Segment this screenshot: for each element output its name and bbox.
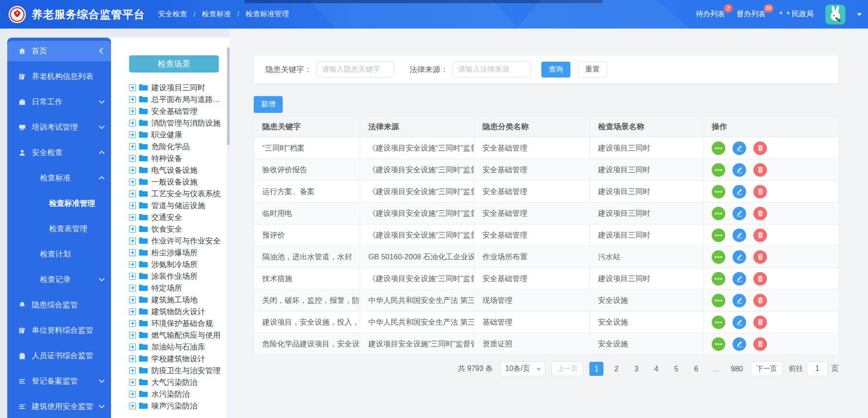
expand-plus-icon[interactable] xyxy=(129,143,136,150)
delete-button[interactable] xyxy=(753,141,767,155)
breadcrumb-item[interactable]: 检查标准 xyxy=(202,10,231,19)
expand-plus-icon[interactable] xyxy=(129,226,136,233)
expand-plus-icon[interactable] xyxy=(129,84,136,91)
tree-item[interactable]: 作业许可与作业安全 xyxy=(129,235,221,247)
expand-plus-icon[interactable] xyxy=(129,238,136,244)
page-number-2[interactable]: 2 xyxy=(609,362,623,376)
tree-item[interactable]: 安全基础管理 xyxy=(129,105,221,117)
more-button[interactable] xyxy=(712,141,725,155)
tree-scrollbar-thumb[interactable] xyxy=(227,48,230,145)
delete-button[interactable] xyxy=(753,294,767,307)
sidebar-item-check-plan[interactable]: 检查计划 xyxy=(7,244,111,264)
expand-plus-icon[interactable] xyxy=(129,179,136,185)
search-button[interactable]: 查询 xyxy=(541,62,570,78)
expand-plus-icon[interactable] xyxy=(129,285,136,292)
expand-plus-icon[interactable] xyxy=(129,167,136,174)
edit-button[interactable] xyxy=(733,228,746,242)
delete-button[interactable] xyxy=(753,163,767,177)
tree-item[interactable]: 特定场所 xyxy=(129,282,221,294)
tree-item[interactable]: 工艺安全与仪表系统 xyxy=(129,188,221,199)
expand-plus-icon[interactable] xyxy=(129,296,136,303)
expand-plus-icon[interactable] xyxy=(129,120,136,126)
tree-item[interactable]: 总平面布局与道路... xyxy=(129,93,221,105)
expand-plus-icon[interactable] xyxy=(129,367,136,374)
expand-plus-icon[interactable] xyxy=(129,261,136,268)
sidebar-item-check-table-mgmt[interactable]: 检查表管理 xyxy=(7,219,111,239)
expand-plus-icon[interactable] xyxy=(129,355,136,362)
page-number-4[interactable]: 4 xyxy=(649,362,663,376)
org-name[interactable]: ＊＊民政局 xyxy=(777,10,814,19)
expand-plus-icon[interactable] xyxy=(129,214,136,221)
tree-item[interactable]: 建筑物防火设计 xyxy=(129,306,221,317)
expand-plus-icon[interactable] xyxy=(129,391,136,398)
sidebar-collapse-icon[interactable] xyxy=(99,48,106,54)
tree-item[interactable]: 水污染防治 xyxy=(129,388,221,400)
sidebar-item-training-exam[interactable]: 培训考试管理 xyxy=(7,117,111,137)
delete-button[interactable] xyxy=(753,316,767,329)
sidebar-item-check-record[interactable]: 检查记录 xyxy=(7,269,111,290)
sidebar-item-unit-data-supervision[interactable]: 单位资料综合监管 xyxy=(7,320,111,340)
more-pages-icon[interactable]: ... xyxy=(709,362,723,376)
sidebar-item-check-standard[interactable]: 检查标准 xyxy=(7,168,111,188)
page-number-6[interactable]: 6 xyxy=(689,362,703,376)
add-button[interactable]: 新增 xyxy=(254,96,283,113)
breadcrumb-item-current[interactable]: 检查标准管理 xyxy=(246,10,289,19)
expand-plus-icon[interactable] xyxy=(129,273,136,280)
tree-item[interactable]: 噪声污染防治 xyxy=(129,400,221,412)
page-number-5[interactable]: 5 xyxy=(669,362,683,376)
page-number-1[interactable]: 1 xyxy=(589,362,603,376)
more-button[interactable] xyxy=(712,228,725,242)
expand-plus-icon[interactable] xyxy=(129,155,136,162)
tree-item[interactable]: 管道与储运设施 xyxy=(129,199,221,211)
delete-button[interactable] xyxy=(753,337,767,351)
more-button[interactable] xyxy=(712,294,725,307)
sidebar-item-safety-check[interactable]: 安全检查 xyxy=(7,142,111,163)
more-button[interactable] xyxy=(712,337,725,351)
tree-item[interactable]: 防疫卫生与治安管理 xyxy=(129,365,221,376)
expand-plus-icon[interactable] xyxy=(129,202,136,209)
edit-button[interactable] xyxy=(733,337,746,351)
sidebar-item-building-safety-supervision[interactable]: 建筑使用安全监管 xyxy=(7,396,111,417)
edit-button[interactable] xyxy=(733,185,746,199)
tree-item[interactable]: 学校建筑物设计 xyxy=(129,353,221,365)
tree-item[interactable]: 环境保护基础合规 xyxy=(129,317,221,329)
expand-plus-icon[interactable] xyxy=(129,320,136,327)
sidebar-item-org-info-list[interactable]: 养老机构信息列表 xyxy=(7,66,111,87)
expand-plus-icon[interactable] xyxy=(129,379,136,386)
sidebar-item-hazard-supervision[interactable]: 隐患综合监管 xyxy=(7,295,111,315)
delete-button[interactable] xyxy=(753,228,767,242)
tree-item[interactable]: 燃气输配供应与使用 xyxy=(129,329,221,341)
user-avatar[interactable] xyxy=(825,5,845,24)
tree-item[interactable]: 涂装作业场所 xyxy=(129,270,221,282)
tree-item[interactable]: 粉尘涉爆场所 xyxy=(129,247,221,258)
expand-plus-icon[interactable] xyxy=(129,403,136,409)
expand-plus-icon[interactable] xyxy=(129,131,136,138)
expand-plus-icon[interactable] xyxy=(129,249,136,256)
reset-button[interactable]: 重置 xyxy=(578,62,607,78)
sidebar-item-cert-supervision[interactable]: 人员证书综合监管 xyxy=(7,345,111,366)
keyword-filter-input[interactable] xyxy=(316,61,394,78)
sidebar-item-registration-supervision[interactable]: 登记备案监管 xyxy=(7,371,111,391)
delete-button[interactable] xyxy=(753,250,767,264)
tree-item[interactable]: 饮食安全 xyxy=(129,223,221,235)
edit-button[interactable] xyxy=(733,163,746,177)
page-jump-input[interactable] xyxy=(807,361,828,376)
tree-item[interactable]: 建筑施工场地 xyxy=(129,294,221,306)
more-button[interactable] xyxy=(712,185,725,199)
edit-button[interactable] xyxy=(733,316,746,329)
tree-item[interactable]: 建设项目三同时 xyxy=(129,82,221,93)
more-button[interactable] xyxy=(712,207,725,220)
edit-button[interactable] xyxy=(733,294,746,307)
page-size-select[interactable]: 10条/页 xyxy=(500,361,545,376)
next-page-button[interactable]: 下一页 xyxy=(751,361,783,376)
tree-scrollbar[interactable] xyxy=(227,46,230,418)
expand-plus-icon[interactable] xyxy=(129,332,136,339)
sidebar-item-daily-work[interactable]: 日常工作 xyxy=(7,92,111,112)
more-button[interactable] xyxy=(712,163,725,177)
prev-page-button[interactable]: 上一页 xyxy=(551,361,583,376)
tree-item[interactable]: 大气污染防治 xyxy=(129,376,221,388)
todo-list-link[interactable]: 待办列表 2 xyxy=(696,10,725,19)
supervise-list-link[interactable]: 督办列表 38 xyxy=(737,10,766,19)
edit-button[interactable] xyxy=(733,250,746,264)
user-menu-caret-icon[interactable] xyxy=(857,13,862,16)
